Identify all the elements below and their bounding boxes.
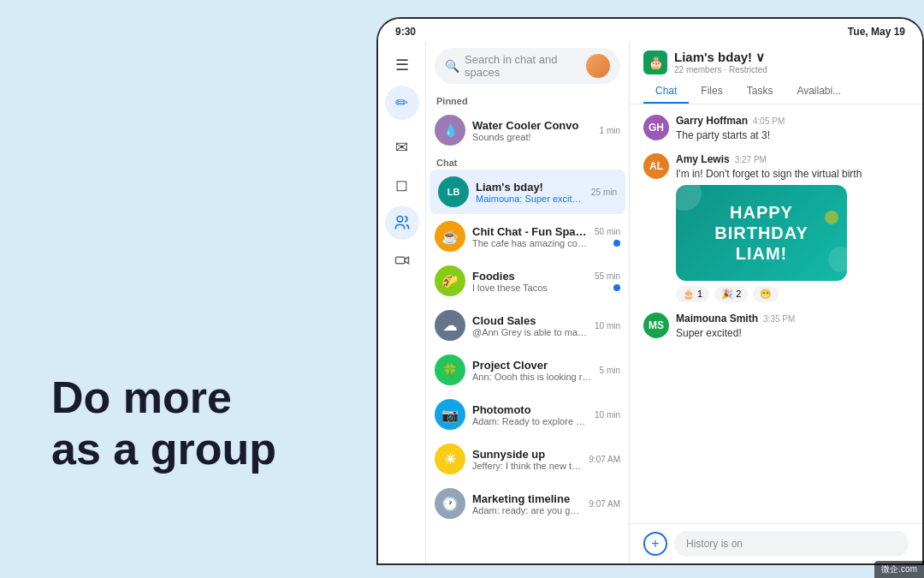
msg-text: I'm in! Don't forget to sign the virtual… — [676, 167, 909, 182]
message-input[interactable]: History is on — [674, 531, 909, 557]
tab-files[interactable]: Files — [689, 80, 734, 104]
group-meta: 22 members · Restricted — [674, 65, 767, 74]
chat-name: Cloud Sales — [472, 314, 588, 327]
status-date: Tue, May 19 — [848, 26, 905, 38]
list-item[interactable]: 📷 Photomoto Adam: Ready to explore the n… — [426, 392, 629, 437]
pinned-label: Pinned — [426, 91, 629, 108]
chat-info: Photomoto Adam: Ready to explore the new… — [472, 403, 588, 426]
chat-preview: Ann: Oooh this is looking really good... — [472, 372, 593, 382]
chat-time: 1 min — [600, 126, 620, 135]
chat-avatar: 💧 — [435, 115, 465, 146]
msg-header: Amy Lewis 3:27 PM — [676, 153, 909, 165]
message: AL Amy Lewis 3:27 PM I'm in! Don't forge… — [643, 153, 909, 302]
add-button[interactable]: + — [643, 532, 667, 556]
chat-icon[interactable]: ◻ — [385, 168, 419, 202]
chat-header: 🎂 Liam's bday! ∨ 22 members · Restricted… — [630, 41, 922, 104]
status-time: 9:30 — [395, 26, 416, 38]
video-icon[interactable] — [385, 243, 419, 277]
tab-chat[interactable]: Chat — [643, 80, 689, 104]
list-item[interactable]: 🌮 Foodies I love these Tacos 55 min — [426, 259, 629, 303]
list-item[interactable]: 💧 Water Cooler Convo Sounds great! 1 min — [426, 108, 629, 152]
search-icon: 🔍 — [445, 59, 459, 73]
reaction-chip[interactable]: 🎉 2 — [714, 286, 748, 302]
reaction-chip[interactable]: 😁 — [753, 286, 779, 302]
chat-meta: 55 min — [595, 271, 620, 291]
message: GH Garry Hoffman 4:05 PM The party start… — [643, 115, 909, 143]
chat-meta: 50 min — [595, 227, 620, 247]
list-item[interactable]: 🕐 Marketing timeline Adam: ready: are yo… — [426, 481, 629, 526]
chat-meta: 10 min — [595, 410, 620, 420]
people-icon[interactable] — [385, 206, 419, 240]
msg-time: 3:35 PM — [763, 314, 795, 324]
list-item[interactable]: 🍀 Project Clover Ann: Oooh this is looki… — [426, 348, 629, 392]
chat-meta: 9:07 AM — [589, 455, 620, 464]
tab-availabi[interactable]: Availabi... — [785, 80, 853, 104]
chat-info: Marketing timeline Adam: ready: are you … — [472, 492, 582, 515]
messages-area: GH Garry Hoffman 4:05 PM The party start… — [630, 104, 922, 523]
chat-preview: Adam: ready: are you going to ma... — [472, 505, 582, 515]
menu-icon[interactable]: ☰ — [385, 48, 419, 82]
chat-name: Sunnyside up — [472, 448, 582, 461]
msg-name: Amy Lewis — [676, 153, 730, 165]
chat-time: 5 min — [600, 366, 620, 375]
chat-avatar: LB — [438, 176, 469, 207]
msg-time: 4:05 PM — [753, 116, 785, 126]
chat-preview: Sounds great! — [472, 132, 593, 142]
group-name[interactable]: Liam's bday! ∨ — [674, 50, 767, 65]
group-info: Liam's bday! ∨ 22 members · Restricted — [674, 50, 767, 74]
compose-icon[interactable]: ✏ — [385, 86, 419, 120]
chat-info: Project Clover Ann: Oooh this is looking… — [472, 359, 593, 382]
list-item[interactable]: ☁ Cloud Sales @Ann Grey is able to make … — [426, 303, 629, 348]
hero-line1: Do more — [51, 372, 276, 424]
reaction-count: 2 — [736, 289, 741, 299]
sidebar: ☰ ✏ ✉ ◻ — [378, 41, 426, 563]
chat-name: Project Clover — [472, 359, 593, 372]
chat-items: LB Liam's bday! Maimouna: Super excited!… — [426, 170, 629, 526]
chat-time: 9:07 AM — [589, 499, 620, 509]
msg-header: Maimouna Smith 3:35 PM — [676, 313, 909, 325]
chat-name: Foodies — [472, 270, 588, 283]
unread-indicator — [613, 284, 620, 291]
user-avatar[interactable] — [586, 54, 610, 78]
svg-marker-2 — [405, 257, 409, 264]
avatar: GH — [643, 115, 669, 140]
svg-point-0 — [397, 217, 403, 223]
chat-tabs: Chat Files Tasks Availabi... — [643, 80, 909, 104]
chat-time: 50 min — [595, 227, 620, 236]
chat-time: 10 min — [595, 410, 620, 420]
chat-avatar: 🌮 — [435, 265, 465, 296]
message: MS Maimouna Smith 3:35 PM Super excited! — [643, 313, 909, 341]
msg-time: 3:27 PM — [735, 155, 767, 164]
watermark: 微企.com — [874, 561, 924, 578]
chat-avatar: ☁ — [435, 310, 465, 341]
list-item[interactable]: LB Liam's bday! Maimouna: Super excited!… — [429, 170, 625, 214]
tab-tasks[interactable]: Tasks — [735, 80, 785, 104]
input-area: + History is on — [630, 523, 922, 563]
chat-meta: 5 min — [600, 366, 620, 375]
chat-meta: 10 min — [595, 321, 620, 331]
chat-time: 55 min — [595, 271, 620, 281]
chat-meta: 1 min — [600, 126, 620, 135]
msg-content: Amy Lewis 3:27 PM I'm in! Don't forget t… — [676, 153, 909, 302]
chat-info: Foodies I love these Tacos — [472, 270, 588, 293]
chat-preview: The cafe has amazing cookies today ... — [472, 238, 588, 248]
chat-info: Water Cooler Convo Sounds great! — [472, 119, 593, 142]
chat-list: 🔍 Search in chat and spaces Pinned 💧 Wat… — [426, 41, 630, 563]
group-avatar: 🎂 — [643, 51, 667, 74]
svg-rect-1 — [395, 257, 405, 264]
list-item[interactable]: ☀ Sunnyside up Jeffery: I think the new … — [426, 437, 629, 481]
search-bar[interactable]: 🔍 Search in chat and spaces — [435, 48, 620, 84]
avatar: AL — [643, 153, 669, 179]
reaction-chip[interactable]: 🎂 1 — [676, 286, 709, 302]
list-item[interactable]: ☕ Chit Chat - Fun Space The cafe has ama… — [426, 214, 629, 259]
mail-icon[interactable]: ✉ — [385, 130, 419, 164]
chat-meta: 9:07 AM — [589, 499, 620, 509]
chat-name: Marketing timeline — [472, 492, 582, 505]
chat-name: Photomoto — [472, 403, 588, 416]
birthday-card: HAPPY BIRTHDAY LIAM! — [676, 185, 847, 281]
msg-name: Maimouna Smith — [676, 313, 758, 325]
chat-info: Sunnyside up Jeffery: I think the new ti… — [472, 448, 582, 471]
chat-avatar: ☕ — [435, 221, 465, 252]
chat-meta: 25 min — [591, 188, 617, 197]
app-body: ☰ ✏ ✉ ◻ 🔍 Search in chat and spaces — [378, 41, 922, 563]
